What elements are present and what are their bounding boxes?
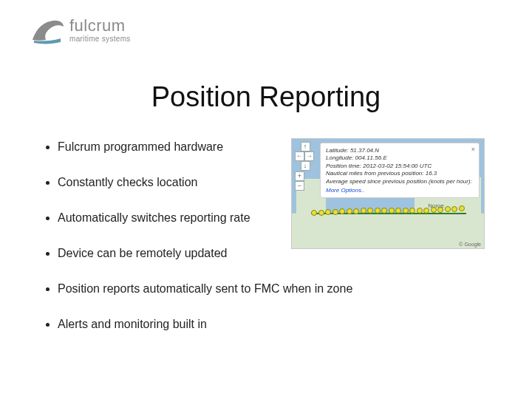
popup-speed: Average speed since previous position (k… (326, 178, 474, 185)
track-point (375, 208, 381, 214)
track-point (451, 206, 457, 212)
track-point (318, 210, 324, 216)
vessel-track (311, 208, 466, 219)
page-title: Position Reporting (0, 81, 532, 113)
pan-right-button[interactable]: → (304, 151, 314, 161)
track-point (332, 209, 338, 215)
track-point (389, 208, 395, 214)
close-icon[interactable]: × (471, 146, 475, 153)
pan-left-button[interactable]: ← (295, 151, 304, 161)
map-controls: ↑ ←→ ↓ + − (295, 142, 316, 191)
popup-distance: Nautical miles from previous position: 1… (326, 170, 474, 177)
bullet-item: Position reports automatically sent to F… (58, 282, 488, 296)
logo: fulcrum maritime systems (31, 18, 131, 46)
logo-word: fulcrum (69, 18, 131, 34)
track-point (437, 207, 443, 213)
map-info-popup: × Latitude: 51.37.04.N Longitude: 004.11… (320, 143, 480, 198)
zoom-out-button[interactable]: − (295, 181, 304, 191)
popup-latitude: Latitude: 51.37.04.N (326, 147, 474, 154)
track-point (347, 208, 352, 214)
popup-time: Position time: 2012-03-02 15:54:00 UTC (326, 163, 474, 170)
pan-down-button[interactable]: ↓ (301, 161, 310, 171)
track-point (459, 205, 465, 211)
track-point (445, 206, 451, 212)
logo-subtitle: maritime systems (69, 35, 131, 43)
popup-more-link[interactable]: More Options.. (326, 187, 474, 194)
pan-up-button[interactable]: ↑ (301, 142, 310, 151)
map-credit: © Google (459, 242, 481, 247)
track-point (353, 208, 359, 214)
zoom-in-button[interactable]: + (295, 171, 304, 181)
dolphin-icon (31, 18, 65, 46)
slide: fulcrum maritime systems Position Report… (0, 0, 532, 399)
bullet-item: Alerts and monitoring built in (58, 318, 488, 331)
track-point (311, 210, 317, 216)
popup-longitude: Longitude: 004.11.56.E (326, 154, 474, 162)
track-point (403, 208, 409, 214)
map-figure: Norge Suomi ↑ ←→ ↓ + − × Latitude: 51.37… (291, 138, 485, 249)
logo-text: fulcrum maritime systems (69, 18, 131, 43)
